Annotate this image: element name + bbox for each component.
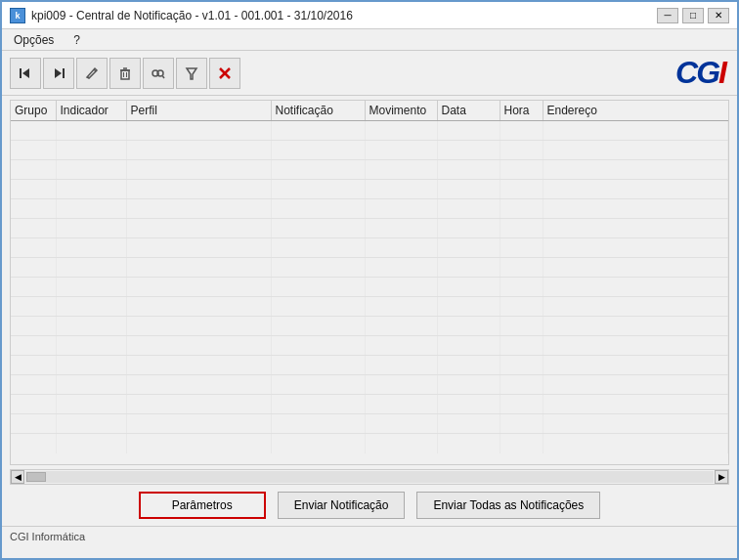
svg-rect-7 <box>121 70 129 79</box>
table-row <box>11 297 728 317</box>
table-header-row: Grupo Indicador Perfil Notificação Movim… <box>11 101 728 121</box>
table-row <box>11 414 728 434</box>
table-row <box>11 356 728 375</box>
filter-button[interactable] <box>176 58 207 89</box>
first-button[interactable] <box>10 58 41 89</box>
col-notificacao: Notificação <box>271 101 365 121</box>
app-window: k kpi009 - Central de Notificação - v1.0… <box>0 0 739 560</box>
scroll-right-button[interactable]: ▶ <box>715 470 728 484</box>
last-icon <box>51 65 66 81</box>
title-bar: k kpi009 - Central de Notificação - v1.0… <box>2 2 737 29</box>
scroll-left-button[interactable]: ◀ <box>11 470 24 484</box>
col-grupo: Grupo <box>11 101 56 121</box>
menu-bar: Opções ? <box>2 29 737 51</box>
table-row <box>11 141 728 160</box>
table-row <box>11 336 728 356</box>
col-hora: Hora <box>500 101 543 121</box>
svg-marker-16 <box>187 68 196 79</box>
table-body <box>11 121 728 453</box>
enviar-notificacao-button[interactable]: Enviar Notificação <box>278 492 406 519</box>
edit-button[interactable] <box>76 58 108 89</box>
scroll-thumb[interactable] <box>26 472 46 482</box>
table-row <box>11 180 728 199</box>
table-row <box>11 375 728 395</box>
title-bar-left: k kpi009 - Central de Notificação - v1.0… <box>10 8 353 23</box>
window-controls: ─ □ ✕ <box>657 8 729 23</box>
delete-icon <box>117 65 133 81</box>
svg-marker-1 <box>22 68 29 78</box>
data-table: Grupo Indicador Perfil Notificação Movim… <box>11 101 728 453</box>
toolbar: CGI <box>2 51 737 96</box>
data-table-container[interactable]: Grupo Indicador Perfil Notificação Movim… <box>10 100 729 465</box>
status-text: CGI Informática <box>10 531 85 542</box>
first-icon <box>18 65 33 81</box>
table-row <box>11 258 728 278</box>
table-row <box>11 160 728 180</box>
svg-rect-0 <box>20 68 22 78</box>
bottom-bar: Parâmetros Enviar Notificação Enviar Tod… <box>2 485 737 526</box>
status-bar: CGI Informática <box>2 526 737 545</box>
svg-marker-3 <box>55 68 62 78</box>
table-row <box>11 278 728 297</box>
table-row <box>11 395 728 414</box>
maximize-button[interactable]: □ <box>682 8 704 23</box>
svg-rect-2 <box>63 68 65 78</box>
delete-button[interactable] <box>109 58 141 89</box>
col-perfil: Perfil <box>126 101 271 121</box>
table-row <box>11 317 728 336</box>
col-indicador: Indicador <box>56 101 126 121</box>
filter-icon <box>184 65 199 81</box>
minimize-button[interactable]: ─ <box>657 8 678 23</box>
cancel-icon <box>217 65 233 81</box>
col-movimento: Movimento <box>365 101 437 121</box>
table-row <box>11 219 728 238</box>
menu-opcoes[interactable]: Opções <box>10 32 58 48</box>
search-button[interactable] <box>143 58 174 89</box>
parametros-button[interactable]: Parâmetros <box>139 492 266 519</box>
table-row <box>11 238 728 258</box>
cgi-text-cg: CG <box>675 55 718 90</box>
svg-line-15 <box>163 76 165 78</box>
cgi-text-i: I <box>718 55 725 90</box>
window-title: kpi009 - Central de Notificação - v1.01 … <box>31 9 353 22</box>
search-icon <box>151 65 166 81</box>
enviar-todas-button[interactable]: Enviar Todas as Notificações <box>416 492 600 519</box>
close-button[interactable]: ✕ <box>708 8 729 23</box>
horizontal-scrollbar[interactable]: ◀ ▶ <box>10 469 729 485</box>
col-data: Data <box>437 101 500 121</box>
app-icon: k <box>10 8 25 23</box>
cancel-button[interactable] <box>209 58 240 89</box>
table-row <box>11 199 728 219</box>
svg-line-6 <box>87 76 89 77</box>
last-button[interactable] <box>43 58 74 89</box>
edit-icon <box>84 65 100 81</box>
table-row <box>11 121 728 141</box>
col-endereco: Endereço <box>543 101 728 121</box>
menu-help[interactable]: ? <box>69 32 84 48</box>
scroll-track[interactable] <box>25 471 714 483</box>
cgi-logo: CGI <box>675 55 725 91</box>
table-row <box>11 434 728 453</box>
